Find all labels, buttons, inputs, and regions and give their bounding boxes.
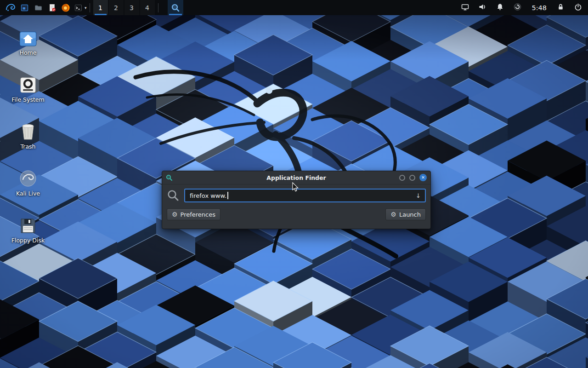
maximize-button[interactable] <box>409 175 415 181</box>
terminal-dropdown-chevron-icon[interactable]: ▾ <box>85 6 87 10</box>
search-input[interactable]: firefox www. ↓ <box>184 189 426 202</box>
window-manager-launcher-icon[interactable] <box>17 0 31 15</box>
clock[interactable]: 5:48 <box>531 4 548 12</box>
desktop-icon-label: Trash <box>20 143 35 150</box>
floppy-disk-icon <box>19 213 37 235</box>
terminal-launcher-icon[interactable] <box>73 0 84 15</box>
search-query-text: firefox www. <box>190 192 226 199</box>
application-finder-window: Application Finder ✕ firefox www. ↓ ⚙ Pr… <box>162 171 431 229</box>
system-tray: 5:48 <box>461 3 582 13</box>
gear-icon: ⚙ <box>172 211 178 218</box>
kali-live-disc-icon <box>19 167 37 188</box>
text-editor-launcher-icon[interactable] <box>45 0 59 15</box>
minimize-button[interactable] <box>399 175 405 181</box>
desktop-icon-kali-live[interactable]: Kali Live <box>7 167 49 197</box>
search-icon <box>171 3 180 12</box>
workspace-4[interactable]: 4 <box>140 0 155 15</box>
close-button[interactable]: ✕ <box>419 174 427 181</box>
taskbar-app-finder-button[interactable] <box>168 0 183 15</box>
display-icon[interactable] <box>461 3 469 13</box>
top-panel: ▾ 1 2 3 4 <box>0 0 588 15</box>
file-manager-launcher-icon[interactable] <box>31 0 45 15</box>
desktop-icon-file-system[interactable]: File System <box>7 73 49 103</box>
home-folder-icon <box>19 26 37 47</box>
preferences-button[interactable]: ⚙ Preferences <box>167 208 220 220</box>
panel-separator <box>90 3 90 12</box>
power-icon[interactable] <box>574 3 582 13</box>
workspace-2[interactable]: 2 <box>109 0 124 15</box>
window-title: Application Finder <box>162 174 430 181</box>
desktop-icon-label: Home <box>20 49 37 56</box>
panel-separator <box>158 3 158 12</box>
desktop-icon-label: Floppy Disk <box>11 237 45 244</box>
trash-icon <box>20 120 36 141</box>
search-icon <box>167 189 180 202</box>
launch-button-label: Launch <box>399 211 421 218</box>
desktop-icon-label: File System <box>11 96 45 103</box>
updates-icon[interactable] <box>513 3 522 13</box>
desktop-icon-column: Home File System Trash Kal <box>7 26 49 260</box>
desktop-icon-floppy-disk[interactable]: Floppy Disk <box>7 213 49 244</box>
lock-icon[interactable] <box>556 3 565 13</box>
titlebar[interactable]: Application Finder ✕ <box>162 171 430 184</box>
desktop-icon-label: Kali Live <box>16 190 40 197</box>
workspace-1[interactable]: 1 <box>93 0 108 15</box>
launch-button[interactable]: ⚙ Launch <box>385 208 426 220</box>
kali-menu-icon[interactable] <box>4 0 17 15</box>
text-caret <box>227 192 228 199</box>
launch-icon: ⚙ <box>390 211 396 218</box>
desktop-icon-trash[interactable]: Trash <box>7 120 49 150</box>
notification-bell-icon[interactable] <box>496 3 504 13</box>
firefox-launcher-icon[interactable] <box>59 0 73 15</box>
desktop-icon-home[interactable]: Home <box>7 26 49 56</box>
volume-icon[interactable] <box>478 3 487 13</box>
dropdown-arrow-icon[interactable]: ↓ <box>416 192 421 199</box>
preferences-button-label: Preferences <box>181 211 215 218</box>
workspace-3[interactable]: 3 <box>124 0 139 15</box>
file-system-drive-icon <box>19 73 37 94</box>
